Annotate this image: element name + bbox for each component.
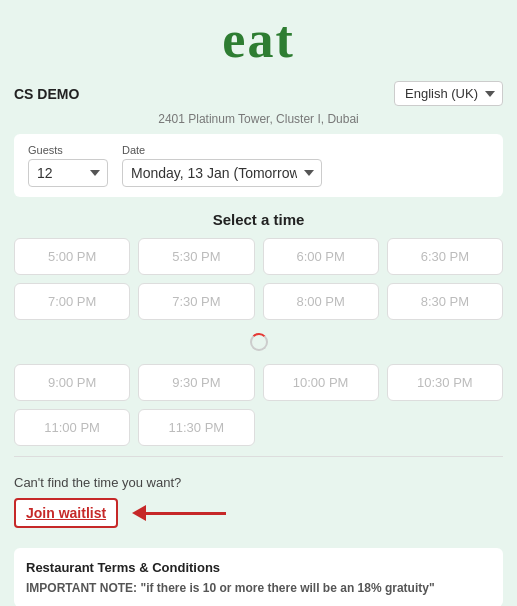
join-waitlist-button[interactable]: Join waitlist [14, 498, 118, 528]
arrow-indicator [132, 505, 226, 521]
time-slot[interactable]: 6:30 PM [387, 238, 503, 275]
select-time-label: Select a time [213, 211, 305, 228]
logo: eat [222, 0, 294, 75]
time-slot[interactable]: 6:00 PM [263, 238, 379, 275]
date-select[interactable]: Monday, 13 Jan (Tomorrow) [122, 159, 322, 187]
venue-address: 2401 Platinum Tower, Cluster I, Dubai [158, 112, 359, 126]
arrow-head-icon [132, 505, 146, 521]
booking-bar: Guests 12 Date Monday, 13 Jan (Tomorrow) [14, 134, 503, 197]
loading-spinner [250, 333, 268, 351]
time-grid: 5:00 PM 5:30 PM 6:00 PM 6:30 PM 7:00 PM … [14, 238, 503, 446]
time-slot[interactable]: 8:00 PM [263, 283, 379, 320]
time-slot[interactable]: 11:00 PM [14, 409, 130, 446]
waitlist-section: Can't find the time you want? Join waitl… [14, 475, 503, 528]
guests-field: Guests 12 [28, 144, 108, 187]
cant-find-text: Can't find the time you want? [14, 475, 503, 490]
time-slot[interactable]: 7:00 PM [14, 283, 130, 320]
terms-note-label: IMPORTANT NOTE: [26, 581, 137, 595]
terms-title: Restaurant Terms & Conditions [26, 560, 491, 575]
terms-text: IMPORTANT NOTE: "if there is 10 or more … [26, 581, 491, 595]
date-field: Date Monday, 13 Jan (Tomorrow) [122, 144, 322, 187]
arrow-shaft-icon [146, 512, 226, 515]
date-label: Date [122, 144, 322, 156]
time-slot[interactable]: 10:30 PM [387, 364, 503, 401]
terms-note-text: "if there is 10 or more there will be an… [140, 581, 434, 595]
waitlist-row: Join waitlist [14, 498, 503, 528]
page-wrapper: eat CS DEMO English (UK) 2401 Platinum T… [0, 0, 517, 606]
guests-select[interactable]: 12 [28, 159, 108, 187]
time-slot[interactable]: 5:00 PM [14, 238, 130, 275]
terms-section: Restaurant Terms & Conditions IMPORTANT … [14, 548, 503, 606]
header-row: CS DEMO English (UK) [0, 75, 517, 112]
time-slot[interactable]: 11:30 PM [138, 409, 254, 446]
loading-spinner-area [14, 328, 503, 356]
time-slot[interactable]: 10:00 PM [263, 364, 379, 401]
time-slot[interactable]: 8:30 PM [387, 283, 503, 320]
language-selector[interactable]: English (UK) [394, 81, 503, 106]
venue-name: CS DEMO [14, 86, 79, 102]
time-slot[interactable]: 9:30 PM [138, 364, 254, 401]
time-slot[interactable]: 9:00 PM [14, 364, 130, 401]
guests-label: Guests [28, 144, 108, 156]
time-slot[interactable]: 5:30 PM [138, 238, 254, 275]
divider [14, 456, 503, 457]
time-slot[interactable]: 7:30 PM [138, 283, 254, 320]
